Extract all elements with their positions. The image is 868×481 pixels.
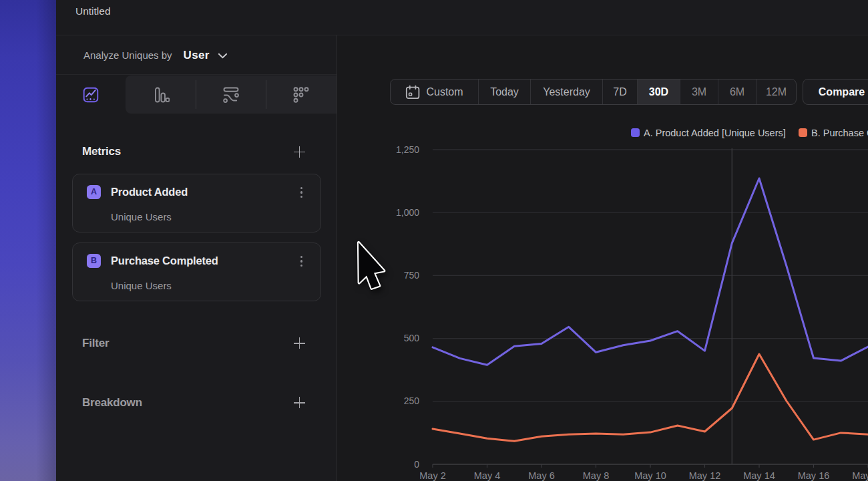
svg-text:May 12: May 12: [689, 470, 721, 481]
svg-text:500: 500: [404, 333, 420, 343]
svg-text:May 18: May 18: [852, 470, 868, 481]
svg-text:May 4: May 4: [474, 470, 501, 481]
svg-text:May 2: May 2: [419, 470, 446, 481]
svg-text:May 6: May 6: [528, 470, 555, 481]
svg-text:0: 0: [414, 459, 419, 470]
svg-text:750: 750: [404, 270, 420, 281]
svg-text:May 14: May 14: [743, 470, 775, 481]
svg-text:1,250: 1,250: [396, 144, 419, 155]
svg-text:May 8: May 8: [583, 470, 610, 481]
svg-text:1,000: 1,000: [396, 207, 419, 218]
svg-text:May 10: May 10: [634, 470, 666, 481]
svg-text:May 16: May 16: [798, 470, 830, 481]
svg-text:250: 250: [404, 395, 420, 406]
